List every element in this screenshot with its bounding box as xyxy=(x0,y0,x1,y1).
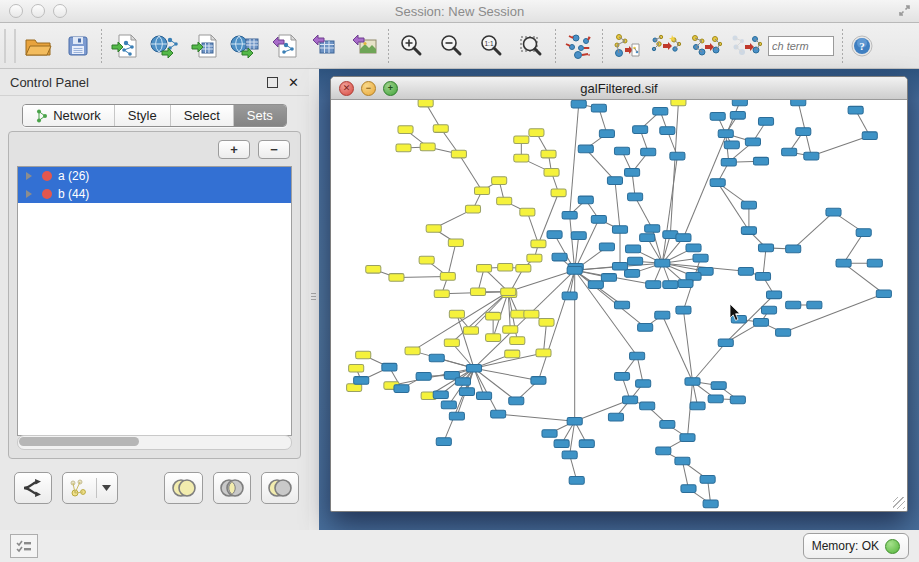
graph-node-blue xyxy=(633,126,648,134)
tab-sets[interactable]: Sets xyxy=(234,105,286,126)
network-graph[interactable] xyxy=(331,100,907,511)
search-input[interactable] xyxy=(768,36,834,56)
export-image-icon[interactable] xyxy=(345,27,385,65)
graph-node-blue xyxy=(491,410,506,418)
network-desktop: ✕ − + galFiltered.sif xyxy=(319,69,919,530)
graph-node-blue xyxy=(579,440,594,448)
graph-node-yellow xyxy=(449,310,464,318)
sets-list-hscrollbar[interactable] xyxy=(17,435,292,450)
network-window[interactable]: ✕ − + galFiltered.sif xyxy=(330,76,908,512)
control-panel-tabs: Network Style Select Sets xyxy=(0,104,309,127)
export-table-icon[interactable] xyxy=(305,27,345,65)
graph-node-blue xyxy=(547,231,562,239)
graph-node-yellow xyxy=(420,143,435,151)
graph-node-blue xyxy=(640,234,655,242)
network-maximize-icon[interactable]: + xyxy=(383,81,398,96)
graph-node-yellow xyxy=(536,349,551,357)
remove-set-button[interactable]: − xyxy=(258,140,290,159)
network-window-titlebar[interactable]: ✕ − + galFiltered.sif xyxy=(331,77,907,100)
new-network-selected-all-edges-icon[interactable] xyxy=(726,27,766,65)
zoom-in-icon[interactable] xyxy=(392,27,432,65)
new-network-from-selection-icon[interactable] xyxy=(646,27,686,65)
close-panel-icon[interactable]: ✕ xyxy=(288,76,299,89)
import-table-web-icon[interactable] xyxy=(225,27,265,65)
intersect-sets-button[interactable] xyxy=(213,472,251,504)
window-resize-grip[interactable] xyxy=(893,497,905,509)
expand-triangle-icon[interactable] xyxy=(26,172,32,180)
graph-node-yellow xyxy=(419,256,434,264)
graph-node-blue xyxy=(531,377,546,385)
graph-node-blue xyxy=(758,118,773,126)
graph-node-blue xyxy=(455,378,470,386)
network-close-icon[interactable]: ✕ xyxy=(339,81,354,96)
scrollbar-thumb[interactable] xyxy=(19,437,139,446)
graph-node-blue xyxy=(856,229,871,237)
graph-node-blue xyxy=(641,148,656,156)
union-sets-button[interactable] xyxy=(164,472,202,504)
set-row-a[interactable]: a (26) xyxy=(18,167,291,185)
graph-node-yellow xyxy=(541,150,556,158)
open-session-icon[interactable] xyxy=(18,27,58,65)
network-canvas[interactable] xyxy=(331,100,907,511)
dropdown-arrow-icon xyxy=(102,485,111,491)
toolbar-separator xyxy=(101,29,102,63)
import-table-file-icon[interactable] xyxy=(185,27,225,65)
help-icon[interactable]: ? xyxy=(846,27,878,65)
toolbar-separator xyxy=(842,29,843,63)
venn-union-icon xyxy=(170,478,198,498)
expand-triangle-icon[interactable] xyxy=(26,190,32,198)
graph-node-blue xyxy=(676,306,691,314)
graph-node-blue xyxy=(660,420,675,428)
graph-node-blue xyxy=(755,273,770,281)
graph-node-blue xyxy=(554,440,569,448)
graph-node-blue xyxy=(670,152,685,160)
add-set-button[interactable]: + xyxy=(218,140,250,159)
graph-node-blue xyxy=(807,301,822,309)
graph-node-blue xyxy=(876,290,891,298)
graph-node-blue xyxy=(416,373,431,381)
set-row-b[interactable]: b (44) xyxy=(18,185,291,203)
memory-status-button[interactable]: Memory: OK xyxy=(803,533,909,559)
apply-preferred-layout-icon[interactable] xyxy=(559,27,599,65)
import-network-web-icon[interactable] xyxy=(145,27,185,65)
main-toolbar: 1:1 ? xyxy=(0,23,919,69)
graph-node-blue xyxy=(599,130,614,138)
tab-select[interactable]: Select xyxy=(171,105,234,126)
new-network-selected-nodes-edges-icon[interactable] xyxy=(686,27,726,65)
graph-node-blue xyxy=(862,132,877,140)
minimize-window-button[interactable] xyxy=(31,4,45,18)
splitter-handle-icon[interactable] xyxy=(311,293,316,300)
network-from-file-icon[interactable] xyxy=(606,27,646,65)
maximize-window-button[interactable] xyxy=(53,4,67,18)
export-network-icon[interactable] xyxy=(265,27,305,65)
task-history-button[interactable] xyxy=(10,534,38,558)
float-panel-icon[interactable] xyxy=(267,77,278,88)
fullscreen-icon[interactable] xyxy=(898,4,911,20)
graph-node-blue xyxy=(738,268,753,276)
graph-node-yellow xyxy=(349,364,364,372)
graph-node-blue xyxy=(693,254,708,262)
tab-style[interactable]: Style xyxy=(115,105,171,126)
svg-text:?: ? xyxy=(859,40,865,52)
graph-node-blue xyxy=(761,306,776,314)
graph-node-blue xyxy=(681,485,696,493)
graph-node-yellow xyxy=(503,326,518,334)
split-arrow-icon xyxy=(22,478,44,498)
graph-node-blue xyxy=(477,392,492,400)
close-window-button[interactable] xyxy=(9,4,23,18)
graph-node-yellow xyxy=(527,254,542,262)
save-session-icon[interactable] xyxy=(58,27,98,65)
venn-intersection-icon xyxy=(218,478,246,498)
graph-node-blue xyxy=(509,397,524,405)
zoom-actual-size-icon[interactable]: 1:1 xyxy=(472,27,512,65)
split-sets-button[interactable] xyxy=(14,472,52,504)
create-set-from-network-button[interactable] xyxy=(62,472,118,504)
graph-node-blue xyxy=(578,196,593,204)
difference-sets-button[interactable] xyxy=(261,472,299,504)
zoom-selected-region-icon[interactable] xyxy=(512,27,552,65)
import-network-file-icon[interactable] xyxy=(105,27,145,65)
zoom-out-icon[interactable] xyxy=(432,27,472,65)
graph-node-yellow xyxy=(505,350,520,358)
network-minimize-icon[interactable]: − xyxy=(361,81,376,96)
tab-network[interactable]: Network xyxy=(23,105,115,126)
